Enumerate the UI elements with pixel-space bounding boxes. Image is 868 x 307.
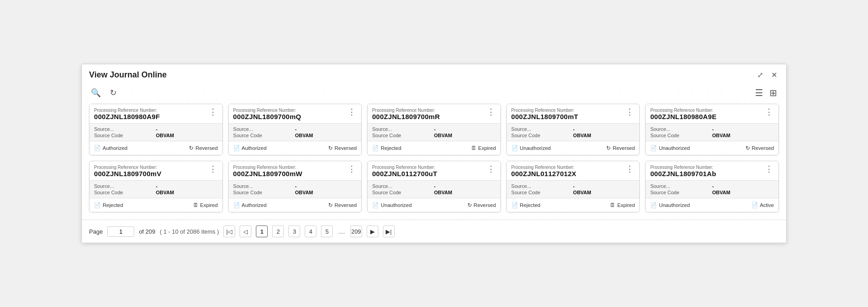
status1-label: Authorized xyxy=(242,202,267,208)
source-label: Source... xyxy=(94,126,156,132)
next-page-button[interactable]: ▶ xyxy=(367,225,378,237)
card-menu-button[interactable]: ⋮ xyxy=(625,108,635,116)
status1-icon: 📄 xyxy=(94,145,101,151)
card-header-left: Processing Reference Number: 000ZJNL0112… xyxy=(511,165,576,177)
page-num-3[interactable]: 3 xyxy=(288,225,300,237)
card-menu-button[interactable]: ⋮ xyxy=(208,165,218,173)
page-num-last[interactable]: 209 xyxy=(350,225,362,237)
card-item: Processing Reference Number: 000ZJNL1809… xyxy=(645,104,779,155)
card-menu-button[interactable]: ⋮ xyxy=(486,108,496,116)
status-badge-2: ↻ Reversed xyxy=(606,145,635,151)
card-footer: 📄 Authorized ↻ Reversed xyxy=(229,141,362,155)
card-item: Processing Reference Number: 000ZJNL1809… xyxy=(367,104,501,155)
status1-label: Rejected xyxy=(520,202,540,208)
card-source: Source... - Source Code OBVAM xyxy=(646,123,778,141)
card-header-left: Processing Reference Number: 000ZJNL1809… xyxy=(650,165,716,177)
status2-icon: 🗓 xyxy=(610,202,615,208)
card-header-left: Processing Reference Number: 000ZJNL1809… xyxy=(372,108,440,120)
card-footer: 📄 Rejected 🗓 Expired xyxy=(507,198,640,212)
title-bar-controls: ⤢ ✕ xyxy=(755,70,779,80)
ref-label: Processing Reference Number: xyxy=(233,165,302,170)
prev-page-button[interactable]: ◁ xyxy=(240,225,251,237)
card-menu-button[interactable]: ⋮ xyxy=(625,165,635,173)
card-menu-button[interactable]: ⋮ xyxy=(208,108,218,116)
status2-label: Reversed xyxy=(752,145,774,151)
card-menu-button[interactable]: ⋮ xyxy=(486,165,496,173)
status-badge-2: ↻ Reversed xyxy=(745,145,774,151)
source-code-label: Source Code xyxy=(650,133,712,138)
card-header: Processing Reference Number: 000ZJNL1809… xyxy=(368,104,500,123)
last-page-button[interactable]: ▶| xyxy=(383,225,395,237)
card-menu-button[interactable]: ⋮ xyxy=(764,108,774,116)
status1-icon: 📄 xyxy=(372,202,379,208)
card-item: Processing Reference Number: 000ZJNL0112… xyxy=(367,161,501,212)
status-badge-1: 📄 Unauthorized xyxy=(650,202,689,208)
source-code-label: Source Code xyxy=(233,190,295,195)
search-button[interactable]: 🔍 xyxy=(89,87,103,99)
status2-label: Expired xyxy=(200,202,218,208)
source-code-label: Source Code xyxy=(94,133,156,138)
page-num-4[interactable]: 4 xyxy=(305,225,316,237)
ref-number: 000ZJNL1809700mT xyxy=(511,113,578,120)
maximize-button[interactable]: ⤢ xyxy=(755,70,765,80)
page-num-1[interactable]: 1 xyxy=(256,225,268,237)
refresh-button[interactable]: ↻ xyxy=(108,87,118,99)
page-input[interactable] xyxy=(107,226,134,237)
card-source: Source... - Source Code OBVAM xyxy=(368,180,500,198)
card-menu-button[interactable]: ⋮ xyxy=(347,108,357,116)
card-header: Processing Reference Number: 000ZJNL0112… xyxy=(507,161,640,180)
source-code-label: Source Code xyxy=(650,190,712,195)
ref-label: Processing Reference Number: xyxy=(94,165,161,170)
status2-label: Expired xyxy=(478,145,496,151)
source-dash: - xyxy=(156,126,218,132)
close-button[interactable]: ✕ xyxy=(769,70,779,80)
cards-row-2: Processing Reference Number: 000ZJNL1809… xyxy=(89,161,779,212)
source-label: Source... xyxy=(372,183,434,189)
ref-number: 000ZJNL180980A9F xyxy=(94,113,160,120)
status-badge-2: 📄 Active xyxy=(751,202,774,208)
cards-container: Processing Reference Number: 000ZJNL1809… xyxy=(82,104,786,220)
ref-number: 000ZJNL1809700mR xyxy=(372,113,440,120)
toolbar-left: 🔍 ↻ xyxy=(89,87,118,99)
card-footer: 📄 Authorized ↻ Reversed xyxy=(90,141,222,155)
toolbar: 🔍 ↻ ☰ ⊞ xyxy=(82,84,786,104)
status-badge-2: 🗓 Expired xyxy=(193,202,218,208)
status-badge-1: 📄 Rejected xyxy=(372,145,401,151)
first-page-button[interactable]: |◁ xyxy=(223,225,235,237)
card-footer: 📄 Unauthorized 📄 Active xyxy=(646,198,778,212)
card-item: Processing Reference Number: 000ZJNL1809… xyxy=(228,161,362,212)
page-num-5[interactable]: 5 xyxy=(321,225,333,237)
source-dash: - xyxy=(295,183,357,189)
window-title: View Journal Online xyxy=(89,70,167,80)
status1-icon: 📄 xyxy=(233,145,240,151)
status-badge-1: 📄 Unauthorized xyxy=(372,202,411,208)
source-code-label: Source Code xyxy=(511,190,573,195)
card-menu-button[interactable]: ⋮ xyxy=(764,165,774,173)
source-code-label: Source Code xyxy=(372,133,434,138)
status-badge-2: 🗓 Expired xyxy=(610,202,635,208)
source-dash: - xyxy=(156,183,218,189)
list-view-button[interactable]: ☰ xyxy=(753,86,765,99)
source-code-label: Source Code xyxy=(94,190,156,195)
ref-label: Processing Reference Number: xyxy=(650,108,717,113)
status2-icon: 📄 xyxy=(751,202,758,208)
card-item: Processing Reference Number: 000ZJNL0112… xyxy=(506,161,640,212)
card-item: Processing Reference Number: 000ZJNL1809… xyxy=(89,104,223,155)
grid-view-button[interactable]: ⊞ xyxy=(768,86,779,99)
status-badge-2: ↻ Reversed xyxy=(328,202,357,208)
ref-number: 000ZJNL1809700mW xyxy=(233,170,302,177)
ref-label: Processing Reference Number: xyxy=(511,108,578,113)
source-dash: - xyxy=(434,126,496,132)
status2-label: Expired xyxy=(617,202,635,208)
card-menu-button[interactable]: ⋮ xyxy=(347,165,357,173)
status2-label: Active xyxy=(760,202,774,208)
source-code-value: OBVAM xyxy=(295,190,357,195)
page-num-2[interactable]: 2 xyxy=(272,225,284,237)
pagination-bar: Page of 209 ( 1 - 10 of 2086 items ) |◁ … xyxy=(82,220,786,243)
status2-icon: ↻ xyxy=(467,202,472,208)
ref-label: Processing Reference Number: xyxy=(511,165,576,170)
status-badge-1: 📄 Authorized xyxy=(94,145,127,151)
title-bar: View Journal Online ⤢ ✕ xyxy=(82,64,786,84)
source-code-value: OBVAM xyxy=(573,190,635,195)
status2-icon: ↻ xyxy=(189,145,193,151)
